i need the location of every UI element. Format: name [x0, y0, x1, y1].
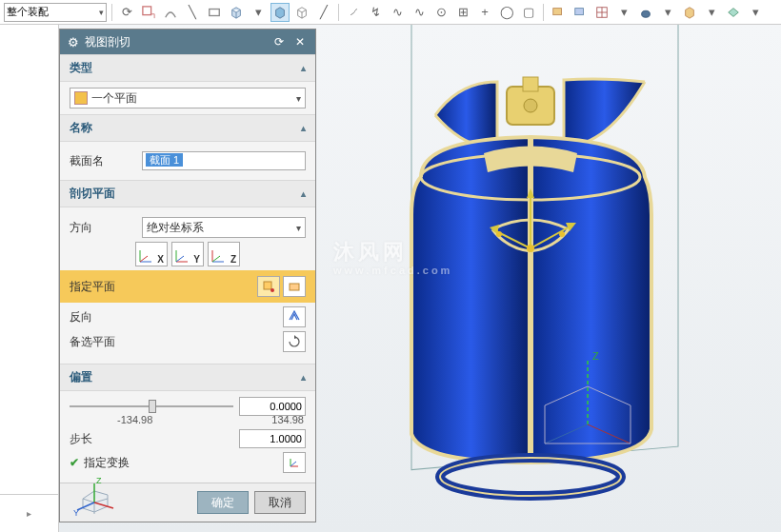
offset-min: -134.98: [117, 414, 152, 425]
tool-path2-icon[interactable]: ↯: [366, 3, 385, 22]
specify-plane-row[interactable]: 指定平面: [60, 270, 315, 303]
svg-line-16: [531, 225, 573, 248]
tool-cube-icon[interactable]: [227, 3, 246, 22]
alt-plane-button[interactable]: [283, 331, 306, 352]
tool-dropdown2-icon[interactable]: ▾: [614, 3, 633, 22]
tool-wire-icon[interactable]: [292, 3, 311, 22]
offset-value-input[interactable]: [239, 397, 306, 416]
section-name-input[interactable]: 截面 1: [142, 151, 306, 170]
tool-plus-icon[interactable]: +: [475, 3, 494, 22]
svg-line-44: [290, 462, 296, 466]
reverse-button[interactable]: [283, 306, 306, 327]
svg-point-21: [496, 231, 502, 237]
step-label: 步长: [70, 431, 136, 447]
axis-x-button[interactable]: X: [135, 242, 168, 266]
plane-icon: [74, 91, 88, 105]
check-icon: ✔: [70, 456, 79, 469]
cancel-button[interactable]: 取消: [254, 491, 306, 514]
direction-label: 方向: [70, 220, 136, 236]
direction-combo[interactable]: 绝对坐标系: [142, 217, 306, 238]
tool-dropdown5-icon[interactable]: ▾: [746, 3, 765, 22]
svg-rect-8: [411, 25, 678, 470]
tool-layer1-icon[interactable]: [549, 3, 568, 22]
tool-dropdown4-icon[interactable]: ▾: [702, 3, 721, 22]
type-combo[interactable]: 一个平面: [70, 88, 306, 108]
close-icon[interactable]: ✕: [292, 34, 308, 49]
svg-rect-40: [290, 284, 299, 290]
specify-plane-label: 指定平面: [70, 279, 254, 295]
svg-rect-1: [210, 9, 220, 15]
transform-csys-icon[interactable]: [283, 452, 306, 473]
tool-multi-icon[interactable]: ⊞: [453, 3, 472, 22]
tool-target-icon[interactable]: ⊙: [431, 3, 451, 22]
svg-rect-10: [523, 77, 538, 91]
axis-z-button[interactable]: Z: [208, 242, 240, 266]
watermark: 沐风网 www.mfcad.com: [333, 238, 452, 276]
svg-point-24: [440, 458, 621, 496]
panel-title-text: 视图剖切: [85, 34, 130, 50]
tool-view-icon[interactable]: [724, 3, 743, 22]
section-offset-header[interactable]: 偏置: [60, 364, 315, 391]
svg-text:Z: Z: [96, 476, 102, 485]
ok-button[interactable]: 确定: [197, 491, 249, 514]
tool-refresh-icon[interactable]: ⟳: [117, 3, 136, 22]
tool-wave1-icon[interactable]: ∿: [388, 3, 407, 22]
reverse-label: 反向: [70, 309, 136, 325]
svg-rect-2: [553, 8, 562, 14]
tool-shaded-icon[interactable]: [270, 3, 290, 22]
section-name-label: 截面名: [70, 153, 136, 169]
tool-path1-icon[interactable]: ⟋: [344, 3, 363, 22]
tool-dropdown3-icon[interactable]: ▾: [658, 3, 677, 22]
alt-plane-label: 备选平面: [70, 334, 136, 350]
tool-layer2-icon[interactable]: [571, 3, 590, 22]
tool-part-icon[interactable]: [680, 3, 699, 22]
svg-rect-38: [264, 282, 271, 289]
svg-point-20: [527, 245, 534, 252]
section-plane-header[interactable]: 剖切平面: [60, 180, 315, 207]
tool-wave2-icon[interactable]: ∿: [410, 3, 429, 22]
tool-grid-icon[interactable]: [592, 3, 611, 22]
offset-max: 134.98: [271, 414, 304, 425]
offset-slider[interactable]: [70, 398, 233, 415]
tool-edge-icon[interactable]: ╱: [314, 3, 333, 22]
tool-teapot-icon[interactable]: [636, 3, 655, 22]
left-expand-handle[interactable]: [0, 494, 58, 532]
separator: [111, 4, 112, 21]
axis-y-button[interactable]: Y: [171, 242, 204, 266]
tool-line-icon[interactable]: ╲: [183, 3, 202, 22]
svg-point-23: [440, 458, 621, 496]
gear-icon: ⚙: [68, 35, 79, 49]
svg-text:Z: Z: [592, 350, 599, 362]
tool-add-icon[interactable]: [139, 3, 158, 22]
specify-transform-check[interactable]: ✔ 指定变换: [70, 455, 130, 471]
svg-line-34: [176, 256, 184, 262]
view-triad[interactable]: Z Y: [71, 470, 119, 518]
section-type-header[interactable]: 类型: [60, 54, 315, 82]
tool-curve-icon[interactable]: [161, 3, 180, 22]
svg-line-37: [212, 256, 220, 262]
svg-marker-19: [490, 225, 499, 234]
svg-rect-0: [143, 6, 151, 14]
assembly-label: 整个装配: [7, 5, 49, 19]
svg-rect-3: [575, 8, 584, 14]
tool-circle-icon[interactable]: ◯: [497, 3, 516, 22]
separator: [338, 4, 339, 21]
section-name-header[interactable]: 名称: [60, 114, 315, 142]
panel-titlebar[interactable]: ⚙ 视图剖切 ⟳ ✕: [60, 30, 315, 54]
svg-point-7: [642, 10, 651, 17]
tool-rect-icon[interactable]: [205, 3, 224, 22]
svg-point-22: [559, 231, 565, 237]
tool-box-icon[interactable]: ▢: [519, 3, 538, 22]
section-view-panel: ⚙ 视图剖切 ⟳ ✕ 类型 一个平面 名称 截面名 截面 1 剖切平面 方向 绝…: [59, 29, 316, 522]
svg-point-11: [524, 99, 537, 112]
svg-marker-17: [566, 223, 576, 231]
svg-point-39: [270, 288, 274, 292]
tool-dropdown-icon[interactable]: ▾: [249, 3, 268, 22]
pick-plane-icon[interactable]: [257, 276, 280, 297]
step-value-input[interactable]: [239, 429, 306, 448]
separator: [543, 4, 544, 21]
assembly-combo[interactable]: 整个装配: [4, 3, 107, 22]
svg-line-31: [140, 256, 148, 262]
reset-icon[interactable]: ⟳: [271, 34, 287, 49]
plane-options-icon[interactable]: [283, 276, 306, 297]
